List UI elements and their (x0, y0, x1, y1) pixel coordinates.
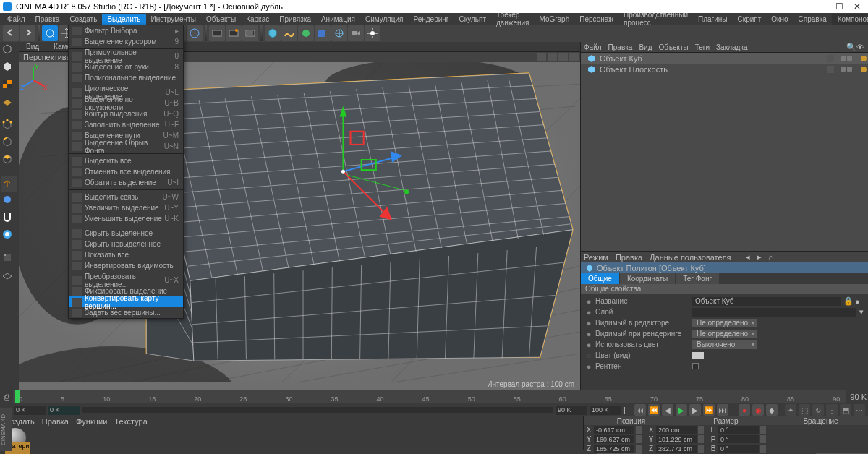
attr-menu[interactable]: Режим (584, 253, 608, 262)
menu-item[interactable]: Выделение от руки8 (69, 61, 183, 72)
layout-tab-compose[interactable]: Компоновка (832, 14, 868, 25)
layer-field[interactable] (692, 308, 856, 317)
menu-item[interactable]: Заполнить выделениеU~F (69, 119, 183, 130)
search-icon[interactable]: 🔍 (846, 43, 855, 51)
attr-menu[interactable]: Правка (616, 253, 642, 262)
menu-item[interactable]: Инструменты (146, 14, 201, 25)
range-start[interactable]: 0 K (14, 406, 46, 415)
menu-item[interactable]: Создать (64, 14, 102, 25)
obj-menu[interactable]: Закладка (716, 43, 747, 51)
menu-item[interactable]: Персонаж (574, 14, 618, 25)
undo-button[interactable] (3, 25, 19, 41)
add-camera[interactable] (348, 25, 364, 41)
render-pv[interactable] (226, 25, 242, 41)
range-end[interactable]: 90 K (556, 406, 587, 415)
object-row[interactable]: Объект Куб (581, 53, 868, 64)
viewport-solo[interactable] (1, 194, 17, 210)
menu-item[interactable]: Выделить связьU~W (69, 192, 183, 202)
timeline[interactable]: 051015202530354045505560657075808590 (13, 390, 846, 403)
obj-menu[interactable]: Вид (639, 43, 652, 51)
workplane-mode[interactable] (1, 95, 17, 111)
menu-item[interactable]: Выделить все (69, 155, 183, 166)
menu-item[interactable]: Правка (30, 14, 65, 25)
add-spline[interactable] (281, 25, 297, 41)
menu-item[interactable]: Фильтр Выбора▸ (69, 25, 183, 36)
mat-menu[interactable]: Функции (76, 417, 107, 426)
add-generator[interactable] (298, 25, 314, 41)
frame-max[interactable]: 100 K (590, 406, 621, 415)
add-light[interactable] (365, 25, 380, 41)
menu-item[interactable]: Прямоугольное выделение0 (69, 51, 183, 61)
menu-item[interactable]: Выделение по окружностиU~B (69, 98, 183, 108)
snap-settings[interactable] (1, 252, 17, 267)
menu-item[interactable]: Скульпт (454, 14, 492, 25)
obj-menu[interactable]: Файл (584, 43, 602, 51)
menu-item[interactable]: Окно (766, 14, 793, 25)
prev-frame[interactable]: ◀ (662, 404, 673, 416)
render-view[interactable] (209, 25, 225, 41)
menu-item[interactable]: Инвертировать видимость (69, 260, 183, 271)
model-mode[interactable] (1, 61, 17, 77)
viewport-name[interactable]: Перспектива (23, 53, 71, 61)
pos-key[interactable]: ✦ (785, 404, 796, 416)
add-cube[interactable] (265, 25, 281, 41)
opt-key[interactable]: ⋯ (854, 404, 865, 416)
name-field[interactable]: Объект Куб (692, 297, 841, 306)
menu-item[interactable]: Увеличить выделениеU~Y (69, 202, 183, 213)
render-settings[interactable] (242, 25, 258, 41)
material-manager[interactable]: СоздатьПравкаФункцииТекстура Матери (0, 416, 583, 450)
menu-item[interactable]: Задать вес вершины... (69, 307, 183, 318)
object-manager[interactable]: Объект КубОбъект Плоскость (581, 53, 868, 252)
lock-icon[interactable]: 🔒 (843, 296, 852, 306)
menu-item[interactable]: Отменить все выделения (69, 166, 183, 177)
frame-current[interactable]: 0 K (48, 406, 80, 415)
redo-button[interactable] (20, 25, 35, 41)
menu-item[interactable]: Контур выделенияU~Q (69, 108, 183, 119)
make-editable[interactable] (1, 43, 17, 59)
menu-item[interactable]: Скрипт (733, 14, 767, 25)
live-select-tool[interactable] (42, 25, 58, 41)
vp-pan-icon[interactable] (537, 53, 546, 61)
attr-tab[interactable]: Общие (581, 273, 619, 284)
menu-item[interactable]: Выделение Обрыв ФонгаU~N (69, 141, 183, 152)
mat-menu[interactable]: Текстура (114, 417, 147, 426)
menu-item[interactable]: Плагины (693, 14, 733, 25)
menu-item[interactable]: Выделить (102, 14, 145, 25)
vp-toggle-icon[interactable] (569, 53, 579, 61)
xray-checkbox[interactable] (692, 363, 699, 369)
menu-item[interactable]: Уменьшить выделениеU~K (69, 213, 183, 224)
vis-render-dropdown[interactable]: Не определено (692, 330, 757, 338)
use-color-dropdown[interactable]: Выключено (692, 340, 757, 349)
vp-menu[interactable]: Вид (23, 42, 42, 51)
layer-dd-icon[interactable]: ▾ (859, 307, 864, 317)
object-row[interactable]: Объект Плоскость (581, 64, 868, 74)
mat-menu[interactable]: Правка (42, 417, 69, 426)
goto-first[interactable]: ⏮ (634, 404, 646, 416)
goto-end-icon[interactable]: | (624, 406, 632, 414)
timeline-scrubber[interactable] (82, 407, 553, 413)
snap-enable[interactable] (1, 211, 17, 227)
menu-item[interactable]: MoGraph (535, 14, 575, 25)
menu-item[interactable]: Полигональное выделение (69, 72, 183, 83)
nav-up-icon[interactable]: ⌂ (769, 253, 774, 262)
nav-back-icon[interactable]: ◂ (746, 252, 750, 262)
color-swatch[interactable] (692, 352, 704, 359)
axis-mode[interactable] (1, 176, 17, 192)
polygon-mode[interactable] (1, 153, 17, 169)
coord-system[interactable] (187, 25, 203, 41)
menu-item[interactable]: Объекты (201, 14, 241, 25)
nav-fwd-icon[interactable]: ▸ (757, 252, 762, 262)
obj-menu[interactable]: Правка (608, 43, 633, 51)
vp-rotate-icon[interactable] (558, 53, 568, 61)
menu-item[interactable]: Конвертировать карту вершин... (69, 296, 183, 307)
menu-item[interactable]: Рендеринг (408, 14, 454, 25)
vis-editor-dropdown[interactable]: Не определено (692, 319, 757, 327)
attr-tab[interactable]: Координаты (620, 273, 675, 284)
eye-icon[interactable]: 👁 (856, 43, 865, 51)
timeline-left-icon[interactable]: ⎙ (1, 393, 12, 401)
goto-last[interactable]: ⏭ (717, 404, 728, 416)
obj-menu[interactable]: Теги (695, 43, 710, 51)
autokey[interactable]: ◉ (752, 404, 764, 416)
rot-key[interactable]: ↻ (812, 404, 824, 416)
menu-item[interactable]: Показать все (69, 249, 183, 260)
